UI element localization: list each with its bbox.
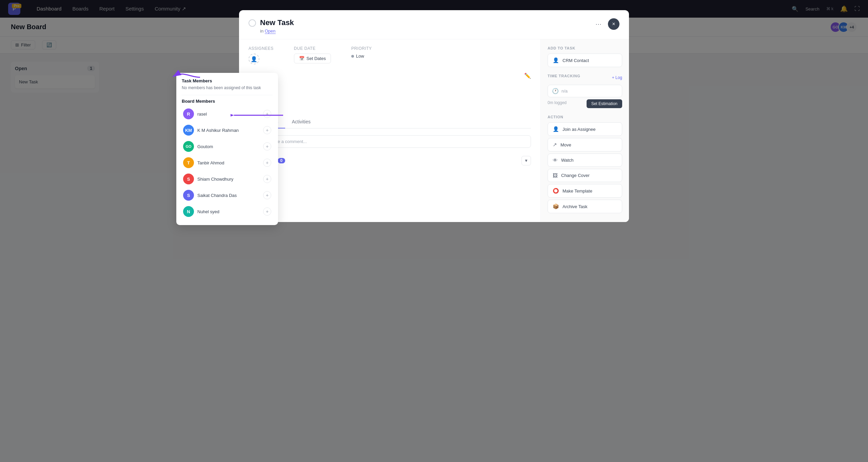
logged-text: 0m logged [548,100,567,105]
modal-main: Assignees 👤 Due Date 📅 Set Dates Pri [239,39,541,222]
time-value-row: 🕐 n/a [548,85,622,97]
priority-badge[interactable]: Low [351,54,372,59]
priority-section: Priority Low [351,46,372,59]
member-item-nuhel[interactable]: N Nuhel syed + [182,203,273,220]
join-assignee-button[interactable]: 👤 Join as Assignee [548,122,622,136]
member-avatar-shiam: S [183,174,194,184]
member-name-shiam: Shiam Chowdhury [197,177,263,182]
member-avatar-goutom: GO [183,141,194,152]
watch-label: Watch [561,158,573,163]
member-add-nuhel[interactable]: + [263,207,271,216]
tab-activities[interactable]: Activities [285,116,317,128]
modal-header-actions: ⋯ × [593,18,619,30]
comment-input-row: 👤 [249,135,531,148]
join-label: Join as Assignee [563,127,596,132]
make-template-button[interactable]: ⭕ Make Template [548,184,622,198]
watch-button[interactable]: 👁 Watch [548,154,622,167]
modal-overlay[interactable]: New Task in Open ⋯ × Assignees [0,0,868,462]
modal-tabs: Comments Activities [249,116,531,128]
member-avatar-km: KM [183,125,194,136]
time-tracking-header: TIME TRACKING + Log [548,74,622,81]
modal-sidebar: ADD TO TASK 👤 CRM Contact TIME TRACKING … [541,39,629,222]
join-icon: 👤 [553,126,559,132]
add-to-task-section: ADD TO TASK 👤 CRM Contact [548,46,622,67]
crm-contact-button[interactable]: 👤 CRM Contact [548,54,622,67]
due-date-section: Due Date 📅 Set Dates [294,46,331,63]
due-date-label: Due Date [294,46,331,51]
task-meta-row: Assignees 👤 Due Date 📅 Set Dates Pri [249,46,531,64]
member-item-tanbir[interactable]: T Tanbir Ahmod + [182,155,273,171]
change-cover-button[interactable]: 🖼 Change Cover [548,169,622,182]
options-button[interactable]: ⋯ [593,19,604,29]
modal-body: Assignees 👤 Due Date 📅 Set Dates Pri [239,39,629,222]
member-item-goutom[interactable]: GO Goutom + [182,138,273,155]
modal-title-area: New Task in Open [260,18,589,34]
member-add-saikat[interactable]: + [263,191,271,199]
archive-label: Archive Task [563,204,587,209]
crm-icon: 👤 [553,57,559,63]
log-time-button[interactable]: + Log [612,75,622,80]
member-name-nuhel: Nuhel syed [197,209,263,214]
set-dates-button[interactable]: 📅 Set Dates [294,54,331,63]
move-button[interactable]: ↗ Move [548,138,622,152]
task-members-empty: No members has been assigned of this tas… [182,85,273,90]
member-item-rasel[interactable]: R rasel + [182,106,273,122]
member-add-goutom[interactable]: + [263,142,271,150]
close-button[interactable]: × [608,18,619,30]
member-add-km[interactable]: + [263,126,271,134]
time-value: n/a [561,88,568,94]
member-avatar-rasel: R [183,108,194,119]
add-assignee-icon: 👤 [251,56,257,62]
member-name-km: K M Ashikur Rahman [197,128,263,133]
member-item-shiam[interactable]: S Shiam Chowdhury + [182,171,273,187]
make-template-label: Make Template [563,188,592,194]
move-label: Move [560,142,571,147]
set-dates-text: Set Dates [307,56,326,61]
set-estimation-button[interactable]: Set Estimation [587,99,622,108]
comments-count-badge: 0 [278,158,285,163]
member-add-tanbir[interactable]: + [263,159,271,167]
member-name-goutom: Goutom [197,144,263,149]
add-assignee-button[interactable]: 👤 [249,54,259,64]
assignees-section: Assignees 👤 [249,46,274,64]
member-avatar-nuhel: N [183,206,194,217]
modal-header: New Task in Open ⋯ × [239,10,629,39]
priority-label: Priority [351,46,372,51]
watch-icon: 👁 [553,157,558,163]
member-name-tanbir: Tanbir Ahmod [197,160,263,165]
comments-chevron-button[interactable]: ▼ [521,156,531,165]
member-avatar-tanbir: T [183,157,194,168]
crm-label: CRM Contact [563,58,589,63]
breadcrumb-link[interactable]: Open [265,28,276,34]
task-members-title: Task Members [182,78,273,83]
task-status-circle[interactable] [249,19,256,27]
priority-value: Low [356,54,364,59]
edit-icon[interactable]: ✏️ [524,73,531,79]
member-add-shiam[interactable]: + [263,175,271,183]
calendar-icon: 📅 [299,56,304,61]
priority-dot [351,55,354,58]
assignees-label: Assignees [249,46,274,51]
member-item-saikat[interactable]: S Saikat Chandra Das + [182,187,273,203]
action-title: ACTION [548,115,622,119]
description-area: ✏️ [249,73,531,100]
cover-icon: 🖼 [553,173,558,178]
template-icon: ⭕ [553,188,559,194]
member-name-saikat: Saikat Chandra Das [197,193,263,198]
member-item-km[interactable]: KM K M Ashikur Rahman + [182,122,273,138]
comment-input[interactable] [265,135,531,148]
comments-section: Comments 0 ▼ [249,156,531,165]
board-members-title: Board Members [182,99,273,104]
clock-icon: 🕐 [552,88,559,94]
dropdown-separator [182,95,273,95]
modal-breadcrumb: in Open [260,28,589,34]
archive-icon: 📦 [553,203,559,209]
archive-task-button[interactable]: 📦 Archive Task [548,200,622,213]
comments-header: Comments 0 ▼ [249,156,531,165]
member-add-rasel[interactable]: + [263,110,271,118]
members-dropdown: Task Members No members has been assigne… [176,73,278,225]
move-icon: ↗ [553,142,557,148]
modal-task-title: New Task [260,18,589,27]
member-name-rasel: rasel [197,112,263,117]
task-modal: New Task in Open ⋯ × Assignees [239,10,629,222]
